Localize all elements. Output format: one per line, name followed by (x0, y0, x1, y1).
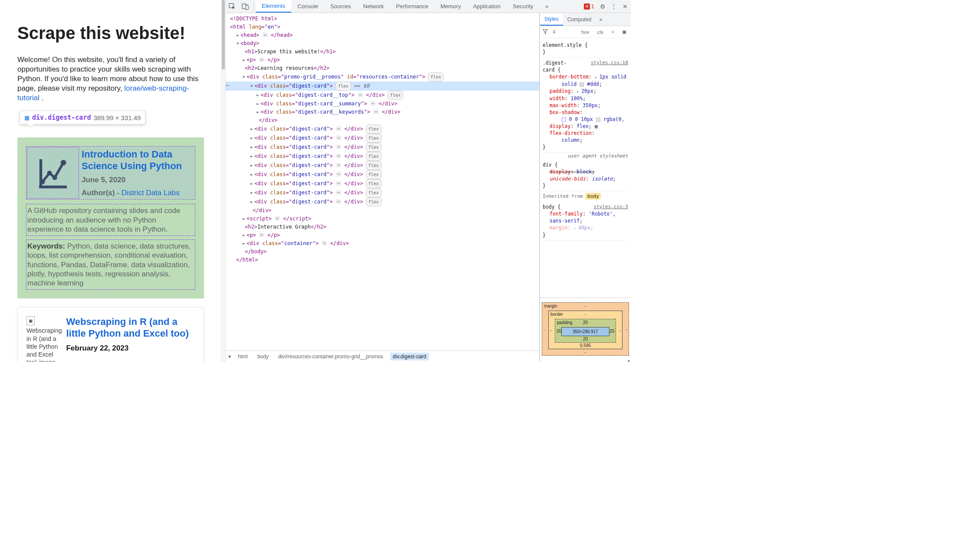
ellipsis-icon[interactable]: ⋯ (336, 190, 341, 195)
color-swatch[interactable] (596, 118, 600, 122)
bm-b-top[interactable]: - (585, 312, 586, 317)
flex-badge[interactable]: flex (366, 179, 382, 188)
kebab-menu[interactable]: ⋮ (608, 0, 619, 13)
flex-badge[interactable]: flex (366, 161, 382, 170)
toggle-pane-button[interactable]: ▣ (620, 28, 628, 36)
rule-element-style[interactable]: element.style { (543, 42, 628, 49)
ellipsis-icon[interactable]: ⋯ (275, 216, 280, 221)
expand-arrow[interactable] (256, 91, 260, 99)
hov-button[interactable]: :hov (579, 29, 591, 36)
tab-memory[interactable]: Memory (435, 0, 467, 13)
tab-performance[interactable]: Performance (390, 0, 434, 13)
prop-k[interactable]: padding (550, 88, 570, 94)
prop-k[interactable]: display (550, 169, 570, 175)
expand-arrow[interactable] (250, 161, 254, 170)
filter-icon[interactable] (543, 29, 548, 35)
expand-arrow[interactable] (242, 215, 247, 223)
box-model-diagram[interactable]: margin - - - - border - 0.585 - - padd (540, 298, 631, 362)
t-h2i[interactable]: <h2> (245, 224, 257, 230)
prop-k[interactable]: width (550, 95, 565, 102)
ellipsis-icon[interactable]: ⋯ (322, 241, 327, 246)
css-rules[interactable]: element.style { } styles.css:18 .digest-… (540, 38, 631, 298)
flex-badge[interactable]: flex (366, 188, 382, 197)
rule-source[interactable]: styles.css:18 (591, 59, 628, 66)
tab-network[interactable]: Network (357, 0, 390, 13)
bm-b-bot[interactable]: 0.585 (580, 343, 591, 348)
flex-badge[interactable]: flex (336, 82, 351, 91)
crumb-html[interactable]: html (235, 353, 250, 360)
expand-arrow[interactable] (256, 100, 260, 108)
prop-k[interactable]: border-bottom (550, 74, 589, 80)
ellipsis-icon[interactable]: ⋯ (373, 109, 379, 114)
card2-title[interactable]: Webscraping in R (and a little Python an… (66, 316, 195, 339)
prop-v[interactable]: 40px (578, 225, 590, 231)
t-h1[interactable]: <h1> (245, 49, 257, 55)
t-head[interactable]: <head> (240, 32, 259, 38)
collapse-arrow[interactable] (242, 73, 247, 81)
prop-v[interactable]: block (576, 169, 592, 175)
bm-content[interactable]: 350×290.917 (561, 327, 609, 336)
ellipsis-icon[interactable]: ⋯ (336, 126, 341, 131)
tab-styles[interactable]: Styles (540, 13, 563, 26)
rule-sel-div[interactable]: div { (543, 161, 628, 168)
tab-application[interactable]: Application (467, 0, 507, 13)
cls-button[interactable]: .cls (595, 29, 606, 36)
ellipsis-icon[interactable]: ⋯ (336, 181, 341, 186)
flex-badge[interactable]: flex (388, 91, 403, 100)
t-p2[interactable]: <p> (247, 232, 256, 238)
color-swatch[interactable] (580, 82, 584, 87)
digest-card-2[interactable]: ▣ Webscraping in R (and a little Python … (17, 307, 204, 362)
prop-k[interactable]: flex-direction (550, 130, 592, 136)
flex-badge[interactable]: flex (428, 72, 444, 82)
error-count[interactable]: ✕ 1 (581, 0, 597, 13)
prop-v[interactable]: 20px (581, 88, 593, 94)
flex-badge[interactable]: flex (366, 124, 382, 134)
digest-card-highlighted[interactable]: Introduction to Data Science Using Pytho… (17, 138, 204, 298)
new-rule-button[interactable]: ＋ (609, 28, 617, 36)
filter-input[interactable]: F (551, 29, 558, 36)
crumb-container[interactable]: div#resources-container.promo-grid__prom… (276, 353, 386, 360)
ellipsis-icon[interactable]: ⋯ (336, 199, 341, 204)
close-devtools-button[interactable]: ✕ (619, 0, 631, 13)
crumb-current[interactable]: div.digest-card (390, 353, 429, 360)
device-toolbar-button[interactable] (239, 0, 252, 13)
t-script[interactable]: <script> (247, 216, 272, 222)
expand-arrow[interactable] (250, 143, 254, 151)
expand-arrow[interactable] (242, 239, 247, 248)
styles-tabs-more[interactable]: » (596, 13, 606, 26)
page-viewport[interactable]: Scrape this website! Welcome! On this we… (0, 0, 221, 362)
shadow-swatch[interactable] (562, 118, 566, 122)
flex-badge[interactable]: flex (366, 152, 382, 161)
inspect-element-button[interactable] (226, 0, 239, 13)
bm-m-top[interactable]: - (585, 304, 586, 308)
prop-v[interactable]: column (562, 137, 580, 143)
row-actions-icon[interactable]: ⋯ (226, 82, 229, 90)
page-scrollbar[interactable] (221, 0, 225, 362)
t-body[interactable]: <body> (240, 40, 259, 46)
prop-v[interactable]: 100% (570, 95, 583, 102)
ellipsis-icon[interactable]: ⋯ (259, 233, 264, 237)
bm-p-top[interactable]: 20 (583, 320, 588, 325)
expand-arrow[interactable] (250, 134, 254, 142)
expand-arrow[interactable] (250, 189, 254, 197)
expand-arrow[interactable] (250, 180, 254, 188)
bm-p-left[interactable]: 20 (557, 328, 561, 333)
prop-v[interactable]: 0 0 10px (569, 116, 593, 122)
ellipsis-icon[interactable]: ⋯ (336, 144, 341, 149)
prop-k[interactable]: display (550, 123, 570, 129)
expand-arrow[interactable] (242, 231, 247, 239)
prop-v[interactable]: isolate (592, 176, 612, 182)
t-h2l[interactable]: <h2> (245, 65, 257, 71)
t-doctype[interactable]: <!DOCTYPE html> (230, 16, 277, 22)
flex-badge[interactable]: flex (366, 170, 382, 179)
card1-title[interactable]: Introduction to Data Science Using Pytho… (82, 149, 192, 172)
bm-p-right[interactable]: 20 (609, 328, 614, 333)
expand-arrow[interactable] (250, 152, 254, 160)
dom-tree[interactable]: <!DOCTYPE html> <html lang="en"> <head> … (226, 13, 539, 350)
expand-arrow[interactable] (256, 108, 260, 116)
ellipsis-icon[interactable]: ⋯ (336, 172, 341, 177)
tab-elements[interactable]: Elements (256, 0, 291, 13)
scroll-down-icon[interactable]: ▾ (628, 359, 630, 362)
prop-k[interactable]: box-shadow (550, 109, 580, 115)
ellipsis-icon[interactable]: ⋯ (358, 92, 363, 97)
